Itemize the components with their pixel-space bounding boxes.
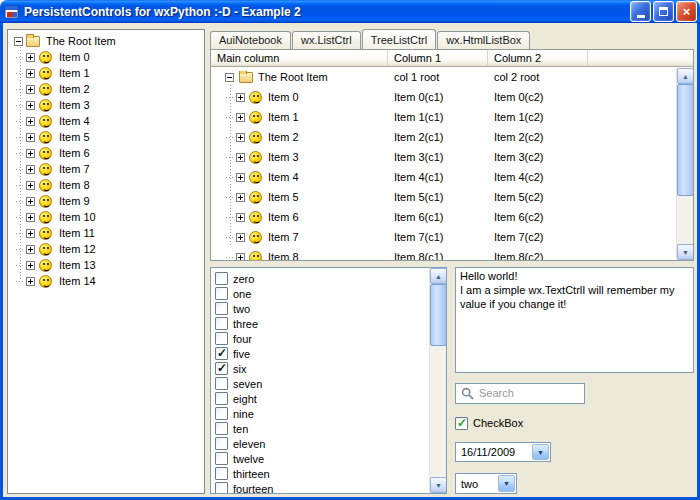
scroll-down-icon[interactable]: ▼ xyxy=(430,477,447,493)
checklist-box[interactable]: zeroonetwothreefourfivesixseveneightnine… xyxy=(210,267,447,494)
expand-icon[interactable] xyxy=(26,149,35,158)
expand-icon[interactable] xyxy=(26,133,35,142)
checklist-item[interactable]: zero xyxy=(213,271,427,286)
expand-icon[interactable] xyxy=(26,181,35,190)
tree-item[interactable]: Item 1 xyxy=(10,65,202,81)
tree-item[interactable]: Item 13 xyxy=(10,257,202,273)
expand-icon[interactable] xyxy=(26,245,35,254)
expand-icon[interactable] xyxy=(26,229,35,238)
treelist-row[interactable]: Item 8Item 8(c1)Item 8(c2) xyxy=(211,247,693,260)
expand-icon[interactable] xyxy=(236,233,245,242)
checkbox-icon[interactable] xyxy=(215,287,228,300)
tree-item[interactable]: Item 5 xyxy=(10,129,202,145)
tree-item[interactable]: Item 12 xyxy=(10,241,202,257)
checkbox-icon[interactable] xyxy=(215,377,228,390)
combo-box[interactable]: two ▼ xyxy=(455,473,517,494)
checkbox-icon[interactable] xyxy=(215,332,228,345)
close-button[interactable]: × xyxy=(676,1,697,22)
expand-icon[interactable] xyxy=(236,113,245,122)
tree-root-item[interactable]: The Root Item xyxy=(10,33,202,49)
tab-treelistctrl[interactable]: TreeListCtrl xyxy=(362,29,436,49)
expand-icon[interactable] xyxy=(236,193,245,202)
treelist-row[interactable]: Item 7Item 7(c1)Item 7(c2) xyxy=(211,227,693,247)
checklist-item[interactable]: four xyxy=(213,331,427,346)
tree-item[interactable]: Item 3 xyxy=(10,97,202,113)
expand-icon[interactable] xyxy=(26,53,35,62)
checkbox-icon[interactable] xyxy=(215,362,228,375)
treelist-root-row[interactable]: The Root Item col 1 root col 2 root xyxy=(211,67,693,87)
treelist-row[interactable]: Item 3Item 3(c1)Item 3(c2) xyxy=(211,147,693,167)
checklist-item[interactable]: twelve xyxy=(213,451,427,466)
column-header[interactable]: Column 1 xyxy=(388,50,488,66)
search-input[interactable]: Search xyxy=(455,383,585,404)
expand-icon[interactable] xyxy=(26,69,35,78)
collapse-icon[interactable] xyxy=(225,73,234,82)
tree-item[interactable]: Item 8 xyxy=(10,177,202,193)
treelist-row[interactable]: Item 4Item 4(c1)Item 4(c2) xyxy=(211,167,693,187)
expand-icon[interactable] xyxy=(236,253,245,261)
maximize-button[interactable] xyxy=(653,1,674,22)
expand-icon[interactable] xyxy=(236,173,245,182)
treelist-row[interactable]: Item 6Item 6(c1)Item 6(c2) xyxy=(211,207,693,227)
tab-wx-htmllistbox[interactable]: wx.HtmlListBox xyxy=(437,31,530,49)
scroll-down-icon[interactable]: ▼ xyxy=(677,244,694,260)
expand-icon[interactable] xyxy=(26,165,35,174)
tree-item[interactable]: Item 10 xyxy=(10,209,202,225)
checklist-item[interactable]: two xyxy=(213,301,427,316)
checkbox[interactable] xyxy=(455,417,468,430)
checkbox-icon[interactable] xyxy=(215,467,228,480)
checklist-item[interactable]: eleven xyxy=(213,436,427,451)
treelist-ctrl[interactable]: Main columnColumn 1Column 2 The Root Ite… xyxy=(210,49,694,261)
tree-item[interactable]: Item 11 xyxy=(10,225,202,241)
checklist-item[interactable]: five xyxy=(213,346,427,361)
tree-item[interactable]: Item 14 xyxy=(10,273,202,289)
checkbox-icon[interactable] xyxy=(215,392,228,405)
checklist-item[interactable]: fourteen xyxy=(213,481,427,493)
expand-icon[interactable] xyxy=(236,153,245,162)
treelist-row[interactable]: Item 0Item 0(c1)Item 0(c2) xyxy=(211,87,693,107)
checklist-item[interactable]: thirteen xyxy=(213,466,427,481)
checklist-item[interactable]: three xyxy=(213,316,427,331)
expand-icon[interactable] xyxy=(236,93,245,102)
date-picker[interactable]: 16/11/2009 ▼ xyxy=(455,442,551,463)
expand-icon[interactable] xyxy=(26,101,35,110)
tree-item[interactable]: Item 0 xyxy=(10,49,202,65)
checkbox-icon[interactable] xyxy=(215,422,228,435)
expand-icon[interactable] xyxy=(26,213,35,222)
checkbox-icon[interactable] xyxy=(215,317,228,330)
checklist-item[interactable]: seven xyxy=(213,376,427,391)
checkbox-icon[interactable] xyxy=(215,437,228,450)
scroll-up-icon[interactable]: ▲ xyxy=(430,268,447,284)
checkbox-icon[interactable] xyxy=(215,482,228,493)
expand-icon[interactable] xyxy=(26,117,35,126)
collapse-icon[interactable] xyxy=(14,37,23,46)
treelist-row[interactable]: Item 2Item 2(c1)Item 2(c2) xyxy=(211,127,693,147)
checklist-item[interactable]: one xyxy=(213,286,427,301)
checklist-scrollbar[interactable]: ▲ ▼ xyxy=(429,268,446,493)
column-header[interactable]: Column 2 xyxy=(488,50,588,66)
tab-auinotebook[interactable]: AuiNotebook xyxy=(210,31,291,49)
tree-item[interactable]: Item 2 xyxy=(10,81,202,97)
tree-item[interactable]: Item 7 xyxy=(10,161,202,177)
scrollbar-thumb[interactable] xyxy=(677,84,694,196)
checklist-item[interactable]: eight xyxy=(213,391,427,406)
chevron-down-icon[interactable]: ▼ xyxy=(532,444,549,461)
expand-icon[interactable] xyxy=(26,277,35,286)
checkbox-icon[interactable] xyxy=(215,407,228,420)
tree-item[interactable]: Item 6 xyxy=(10,145,202,161)
checklist-item[interactable]: ten xyxy=(213,421,427,436)
checklist-item[interactable]: nine xyxy=(213,406,427,421)
checklist-item[interactable]: six xyxy=(213,361,427,376)
checkbox-icon[interactable] xyxy=(215,302,228,315)
tree-item[interactable]: Item 4 xyxy=(10,113,202,129)
expand-icon[interactable] xyxy=(236,213,245,222)
tree-ctrl[interactable]: The Root Item Item 0Item 1Item 2Item 3It… xyxy=(7,29,205,494)
column-header[interactable]: Main column xyxy=(211,50,388,66)
scroll-up-icon[interactable]: ▲ xyxy=(677,68,694,84)
title-bar[interactable]: PersistentControls for wxPython :-D - Ex… xyxy=(0,0,700,23)
expand-icon[interactable] xyxy=(26,197,35,206)
expand-icon[interactable] xyxy=(236,133,245,142)
treelist-scrollbar[interactable]: ▲ ▼ xyxy=(676,68,693,260)
scrollbar-thumb[interactable] xyxy=(430,284,447,346)
checkbox-icon[interactable] xyxy=(215,452,228,465)
